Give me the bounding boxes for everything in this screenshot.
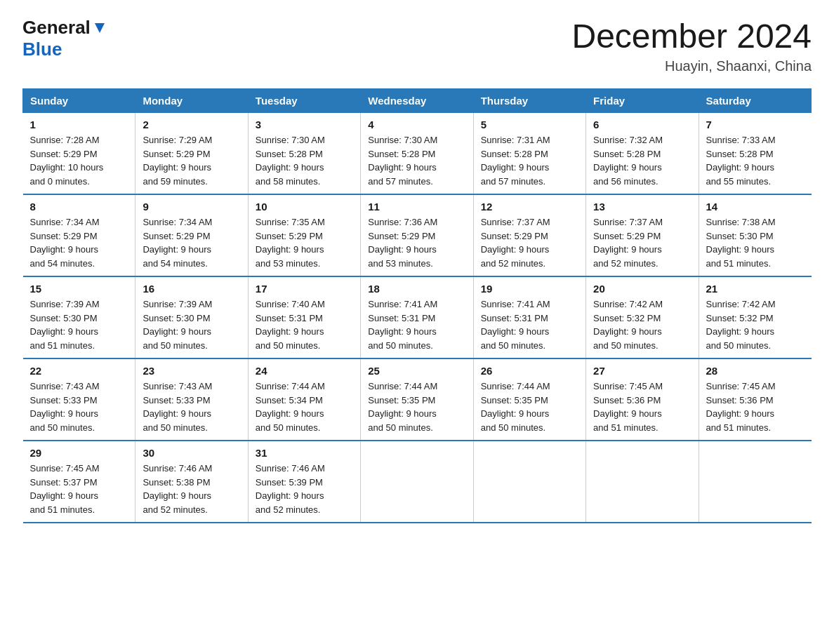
day-info: Sunrise: 7:32 AMSunset: 5:28 PMDaylight:… [593,133,691,188]
table-row: 13Sunrise: 7:37 AMSunset: 5:29 PMDayligh… [586,194,699,276]
table-row: 20Sunrise: 7:42 AMSunset: 5:32 PMDayligh… [586,276,699,358]
day-number: 11 [368,201,465,213]
table-row: 26Sunrise: 7:44 AMSunset: 5:35 PMDayligh… [473,358,585,441]
table-row [361,441,473,523]
table-row: 31Sunrise: 7:46 AMSunset: 5:39 PMDayligh… [248,441,360,523]
calendar-week-row: 22Sunrise: 7:43 AMSunset: 5:33 PMDayligh… [23,358,812,441]
day-number: 6 [593,119,691,130]
day-number: 9 [143,201,240,213]
calendar-table: Sunday Monday Tuesday Wednesday Thursday… [22,88,812,523]
table-row: 21Sunrise: 7:42 AMSunset: 5:32 PMDayligh… [699,276,811,358]
day-info: Sunrise: 7:37 AMSunset: 5:29 PMDaylight:… [481,215,578,270]
day-number: 30 [143,447,240,459]
day-info: Sunrise: 7:33 AMSunset: 5:28 PMDaylight:… [706,133,805,188]
day-info: Sunrise: 7:45 AMSunset: 5:37 PMDaylight:… [30,462,128,516]
day-info: Sunrise: 7:46 AMSunset: 5:38 PMDaylight:… [143,462,240,516]
day-number: 4 [368,119,465,130]
title-block: December 2024 Huayin, Shaanxi, China [571,17,812,74]
day-number: 8 [30,201,128,213]
day-number: 27 [593,365,691,377]
table-row: 24Sunrise: 7:44 AMSunset: 5:34 PMDayligh… [248,358,360,441]
day-info: Sunrise: 7:30 AMSunset: 5:28 PMDaylight:… [256,133,353,188]
table-row: 30Sunrise: 7:46 AMSunset: 5:38 PMDayligh… [135,441,248,523]
table-row: 19Sunrise: 7:41 AMSunset: 5:31 PMDayligh… [473,276,585,358]
day-number: 18 [368,283,465,295]
day-number: 2 [143,119,240,130]
day-number: 10 [256,201,353,213]
day-number: 13 [593,201,691,213]
day-info: Sunrise: 7:44 AMSunset: 5:35 PMDaylight:… [368,380,465,434]
day-number: 28 [706,365,805,377]
day-number: 20 [593,283,691,295]
day-info: Sunrise: 7:43 AMSunset: 5:33 PMDaylight:… [30,380,128,434]
day-number: 15 [30,283,128,295]
day-number: 23 [143,365,240,377]
table-row: 6Sunrise: 7:32 AMSunset: 5:28 PMDaylight… [586,113,699,195]
day-info: Sunrise: 7:45 AMSunset: 5:36 PMDaylight:… [593,380,691,434]
day-info: Sunrise: 7:34 AMSunset: 5:29 PMDaylight:… [143,215,240,270]
logo-general-text: General [22,17,91,39]
day-info: Sunrise: 7:29 AMSunset: 5:29 PMDaylight:… [143,133,240,188]
day-info: Sunrise: 7:46 AMSunset: 5:39 PMDaylight:… [256,462,353,516]
day-number: 12 [481,201,578,213]
day-info: Sunrise: 7:42 AMSunset: 5:32 PMDaylight:… [706,297,805,352]
table-row: 23Sunrise: 7:43 AMSunset: 5:33 PMDayligh… [135,358,248,441]
calendar-header-row: Sunday Monday Tuesday Wednesday Thursday… [23,89,812,113]
logo-triangle-icon [92,20,107,36]
day-info: Sunrise: 7:43 AMSunset: 5:33 PMDaylight:… [143,380,240,434]
page-header: General Blue December 2024 Huayin, Shaan… [22,17,812,74]
table-row: 1Sunrise: 7:28 AMSunset: 5:29 PMDaylight… [23,113,135,195]
table-row: 15Sunrise: 7:39 AMSunset: 5:30 PMDayligh… [23,276,135,358]
day-number: 1 [30,119,128,130]
table-row: 5Sunrise: 7:31 AMSunset: 5:28 PMDaylight… [473,113,585,195]
table-row: 7Sunrise: 7:33 AMSunset: 5:28 PMDaylight… [699,113,811,195]
day-number: 17 [256,283,353,295]
logo: General Blue [22,17,109,60]
day-info: Sunrise: 7:44 AMSunset: 5:34 PMDaylight:… [256,380,353,434]
table-row: 29Sunrise: 7:45 AMSunset: 5:37 PMDayligh… [23,441,135,523]
calendar-week-row: 1Sunrise: 7:28 AMSunset: 5:29 PMDaylight… [23,113,812,195]
table-row: 25Sunrise: 7:44 AMSunset: 5:35 PMDayligh… [361,358,473,441]
table-row: 12Sunrise: 7:37 AMSunset: 5:29 PMDayligh… [473,194,585,276]
day-number: 26 [481,365,578,377]
day-number: 7 [706,119,805,130]
table-row: 28Sunrise: 7:45 AMSunset: 5:36 PMDayligh… [699,358,811,441]
calendar-week-row: 8Sunrise: 7:34 AMSunset: 5:29 PMDaylight… [23,194,812,276]
day-info: Sunrise: 7:41 AMSunset: 5:31 PMDaylight:… [368,297,465,352]
table-row: 14Sunrise: 7:38 AMSunset: 5:30 PMDayligh… [699,194,811,276]
day-info: Sunrise: 7:30 AMSunset: 5:28 PMDaylight:… [368,133,465,188]
day-number: 16 [143,283,240,295]
table-row [586,441,699,523]
calendar-subtitle: Huayin, Shaanxi, China [571,58,812,74]
day-info: Sunrise: 7:36 AMSunset: 5:29 PMDaylight:… [368,215,465,270]
day-number: 19 [481,283,578,295]
col-friday: Friday [586,89,699,113]
day-number: 21 [706,283,805,295]
table-row: 17Sunrise: 7:40 AMSunset: 5:31 PMDayligh… [248,276,360,358]
day-info: Sunrise: 7:45 AMSunset: 5:36 PMDaylight:… [706,380,805,434]
svg-marker-0 [95,23,105,33]
day-number: 24 [256,365,353,377]
day-info: Sunrise: 7:44 AMSunset: 5:35 PMDaylight:… [481,380,578,434]
calendar-week-row: 15Sunrise: 7:39 AMSunset: 5:30 PMDayligh… [23,276,812,358]
day-info: Sunrise: 7:28 AMSunset: 5:29 PMDaylight:… [30,133,128,188]
col-saturday: Saturday [699,89,811,113]
day-info: Sunrise: 7:39 AMSunset: 5:30 PMDaylight:… [143,297,240,352]
day-number: 22 [30,365,128,377]
day-info: Sunrise: 7:31 AMSunset: 5:28 PMDaylight:… [481,133,578,188]
table-row: 11Sunrise: 7:36 AMSunset: 5:29 PMDayligh… [361,194,473,276]
table-row [699,441,811,523]
day-number: 5 [481,119,578,130]
table-row: 18Sunrise: 7:41 AMSunset: 5:31 PMDayligh… [361,276,473,358]
table-row: 27Sunrise: 7:45 AMSunset: 5:36 PMDayligh… [586,358,699,441]
day-info: Sunrise: 7:41 AMSunset: 5:31 PMDaylight:… [481,297,578,352]
col-thursday: Thursday [473,89,585,113]
table-row: 4Sunrise: 7:30 AMSunset: 5:28 PMDaylight… [361,113,473,195]
day-info: Sunrise: 7:40 AMSunset: 5:31 PMDaylight:… [256,297,353,352]
table-row: 2Sunrise: 7:29 AMSunset: 5:29 PMDaylight… [135,113,248,195]
col-sunday: Sunday [23,89,135,113]
table-row: 3Sunrise: 7:30 AMSunset: 5:28 PMDaylight… [248,113,360,195]
col-monday: Monday [135,89,248,113]
table-row: 8Sunrise: 7:34 AMSunset: 5:29 PMDaylight… [23,194,135,276]
day-info: Sunrise: 7:39 AMSunset: 5:30 PMDaylight:… [30,297,128,352]
